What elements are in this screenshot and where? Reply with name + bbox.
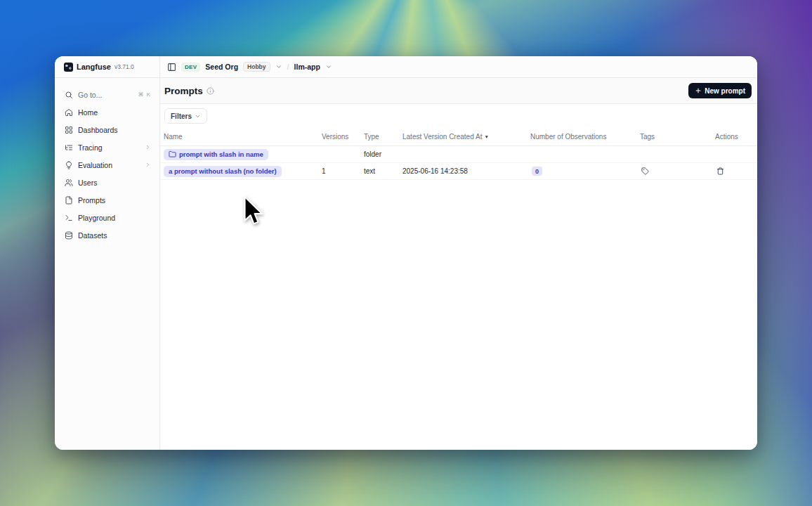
observations-cell: 0 [530, 167, 640, 176]
sidebar-toggle-button[interactable] [167, 63, 176, 72]
chevron-right-icon [145, 144, 151, 150]
prompt-folder-link[interactable]: prompt with slash in name [164, 149, 268, 160]
table-row[interactable]: prompt with slash in name folder [160, 146, 757, 163]
actions-cell [715, 166, 757, 176]
chevron-down-icon [195, 113, 201, 119]
users-icon [65, 179, 73, 187]
folder-icon [169, 150, 176, 158]
page-header: Prompts New prompt [160, 78, 757, 104]
sidebar-item-playground[interactable]: Playground [55, 209, 159, 226]
sort-descending-icon: ▼ [484, 134, 488, 139]
new-prompt-button-label: New prompt [705, 87, 745, 95]
datasets-icon [65, 231, 73, 240]
type-cell: folder [364, 150, 402, 158]
sidebar-item-users[interactable]: Users [55, 174, 159, 191]
evaluation-icon [65, 161, 73, 169]
app-body: Go to... ⌘ K Home Dashboards [55, 78, 757, 450]
home-icon [65, 108, 73, 117]
new-prompt-button[interactable]: New prompt [688, 83, 752, 98]
info-icon[interactable] [207, 87, 214, 95]
versions-cell: 1 [322, 167, 364, 175]
main-content: Prompts New prompt Filters [160, 78, 757, 450]
tracing-icon [65, 143, 73, 152]
sidebar-item-label: Playground [78, 214, 115, 222]
sidebar-item-label: Evaluation [78, 161, 112, 169]
prompt-link[interactable]: a prompt without slash (no folder) [164, 166, 282, 177]
prompt-name: a prompt without slash (no folder) [169, 167, 277, 175]
created-at-cell: 2025-06-16 14:23:58 [402, 167, 530, 175]
chevron-right-icon [145, 162, 151, 168]
add-tag-button[interactable] [640, 166, 650, 176]
keyboard-shortcut: ⌘ K [138, 91, 151, 98]
column-header-type[interactable]: Type [364, 133, 402, 141]
trash-icon [716, 167, 724, 175]
sidebar-item-label: Tracing [78, 143, 103, 152]
column-header-versions[interactable]: Versions [322, 133, 364, 141]
plus-icon [695, 87, 702, 94]
go-to-search[interactable]: Go to... ⌘ K [55, 86, 159, 103]
panel-left-icon [167, 63, 176, 72]
breadcrumb-separator: / [287, 63, 289, 71]
sidebar-item-prompts[interactable]: Prompts [55, 191, 159, 209]
filters-button-label: Filters [171, 112, 192, 120]
tags-cell [640, 166, 715, 176]
table-row[interactable]: a prompt without slash (no folder) 1 tex… [160, 163, 757, 180]
brand-area: Langfuse v3.71.0 [55, 56, 160, 77]
brand-version: v3.71.0 [114, 63, 134, 70]
plan-badge: Hobby [243, 62, 270, 72]
observations-count-badge: 0 [532, 167, 542, 176]
sidebar-item-tracing[interactable]: Tracing [55, 138, 159, 156]
langfuse-app-window: Langfuse v3.71.0 DEV Seed Org Hobby / ll… [55, 56, 757, 450]
table-header-row: Name Versions Type Latest Version Create… [160, 128, 757, 146]
sidebar-item-label: Dashboards [78, 126, 118, 134]
column-header-actions: Actions [715, 133, 757, 141]
column-header-number-of-observations[interactable]: Number of Observations [530, 133, 640, 141]
prompts-table: Name Versions Type Latest Version Create… [160, 128, 757, 180]
column-header-tags[interactable]: Tags [640, 133, 715, 141]
dashboards-icon [65, 126, 73, 134]
go-to-label: Go to... [78, 91, 102, 99]
desktop-wallpaper: Langfuse v3.71.0 DEV Seed Org Hobby / ll… [0, 0, 812, 506]
column-header-latest-version-created-at[interactable]: Latest Version Created At ▼ [402, 133, 530, 141]
project-switcher-chevron-down-icon[interactable] [325, 63, 332, 70]
page-title: Prompts [164, 86, 203, 96]
env-badge: DEV [181, 63, 200, 72]
column-header-label: Latest Version Created At [402, 133, 482, 141]
delete-prompt-button[interactable] [715, 166, 726, 176]
org-name[interactable]: Seed Org [205, 63, 238, 71]
sidebar-item-label: Prompts [78, 196, 105, 205]
sidebar-item-home[interactable]: Home [55, 103, 159, 121]
sidebar-item-label: Home [78, 108, 98, 117]
sidebar: Go to... ⌘ K Home Dashboards [55, 78, 160, 450]
prompt-name: prompt with slash in name [179, 150, 263, 158]
column-header-name[interactable]: Name [164, 133, 322, 141]
breadcrumb: DEV Seed Org Hobby / llm-app [160, 56, 757, 77]
prompts-icon [65, 196, 73, 205]
top-bar: Langfuse v3.71.0 DEV Seed Org Hobby / ll… [55, 56, 757, 78]
sidebar-item-label: Datasets [78, 231, 107, 240]
langfuse-logo-icon [64, 63, 73, 72]
sidebar-item-datasets[interactable]: Datasets [55, 226, 159, 244]
brand-name: Langfuse [77, 63, 111, 71]
filters-button[interactable]: Filters [164, 108, 207, 124]
sidebar-item-evaluation[interactable]: Evaluation [55, 156, 159, 174]
filters-toolbar: Filters [160, 104, 757, 128]
org-switcher-chevron-down-icon[interactable] [275, 63, 282, 70]
search-icon [65, 91, 73, 99]
sidebar-item-label: Users [78, 179, 97, 187]
project-name[interactable]: llm-app [294, 63, 320, 71]
tag-icon [641, 167, 649, 175]
sidebar-item-dashboards[interactable]: Dashboards [55, 121, 159, 138]
type-cell: text [364, 167, 402, 175]
playground-icon [65, 214, 73, 222]
